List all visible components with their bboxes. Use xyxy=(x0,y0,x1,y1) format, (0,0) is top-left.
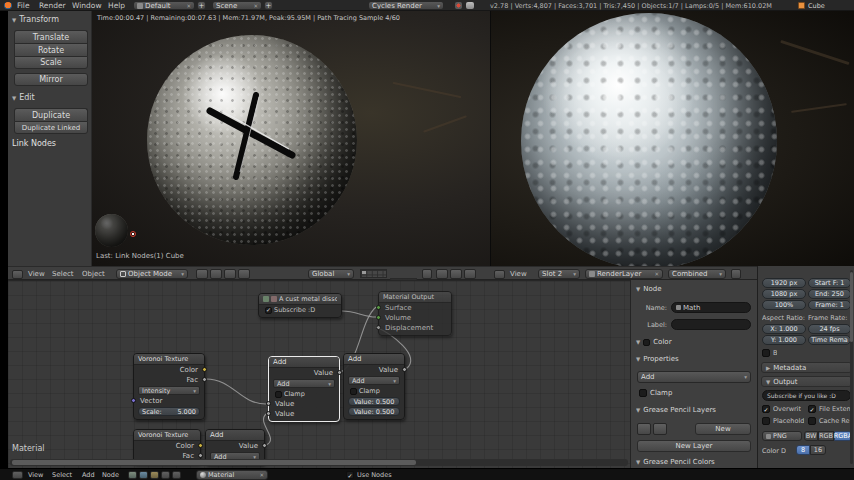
socket-volume-input[interactable] xyxy=(376,315,381,320)
clamp-row[interactable]: Clamp xyxy=(639,389,672,397)
manipulator-icon[interactable] xyxy=(224,269,236,279)
menu-object[interactable]: Object xyxy=(82,270,105,278)
menu-render[interactable]: Render xyxy=(39,1,66,10)
rotate-button[interactable]: Rotate xyxy=(14,43,88,56)
proportional-edit-icon[interactable] xyxy=(464,269,476,279)
shader-lamp-icon[interactable] xyxy=(150,471,159,479)
menu-node[interactable]: Node xyxy=(102,471,119,479)
use-nodes-checkbox[interactable]: ✓ xyxy=(346,471,354,479)
operation-dropdown[interactable]: Add▾ xyxy=(348,376,400,385)
metadata-panel-header[interactable]: ▶ Metadata xyxy=(761,362,852,373)
depth-16-toggle[interactable]: 16 xyxy=(810,445,826,455)
node-header[interactable]: Add xyxy=(206,430,264,441)
properties-panel-header[interactable]: ▼ Properties xyxy=(636,355,679,363)
new-layer-button[interactable]: New Layer xyxy=(637,440,751,452)
frame-step-field[interactable]: Frame: 1 xyxy=(808,300,851,310)
node-material-output[interactable]: Material Output Surface Volume Displacem… xyxy=(378,291,452,336)
viewport-3d-render[interactable]: Time:00:00.47 | Remaining:00:07.63 | Mem… xyxy=(92,11,490,266)
menu-view[interactable]: View xyxy=(28,471,43,479)
placeholders-row[interactable]: Placehold xyxy=(762,417,804,425)
fps-field[interactable]: 24 fps xyxy=(808,324,851,334)
socket-value2-input[interactable] xyxy=(266,411,271,416)
value1-field[interactable]: Value: 0.500 xyxy=(348,397,400,406)
pin-icon[interactable] xyxy=(731,269,741,279)
socket-color-output[interactable] xyxy=(198,443,203,448)
depth-8-toggle[interactable]: 8 xyxy=(796,445,810,455)
socket-vector-input[interactable] xyxy=(131,398,136,403)
value2-field[interactable]: Value: 0.500 xyxy=(348,407,400,416)
scrollbar-thumb[interactable] xyxy=(850,272,853,342)
add-scene-button[interactable]: + xyxy=(264,1,273,10)
node-header[interactable]: Material Output xyxy=(379,292,451,303)
lock-icon[interactable] xyxy=(422,269,432,279)
coloring-dropdown[interactable]: Intensity▾ xyxy=(138,386,200,395)
screen-layout-selector[interactable]: Default ✕ xyxy=(133,1,195,10)
close-icon[interactable]: ✕ xyxy=(186,3,191,9)
redo-panel-label[interactable]: Link Nodes xyxy=(12,139,56,148)
mirror-button[interactable]: Mirror xyxy=(14,73,88,86)
time-remapping-field[interactable]: Time Rema xyxy=(808,335,851,345)
pencil-icon[interactable] xyxy=(637,423,651,435)
cache-result-row[interactable]: Cache Re xyxy=(808,417,850,425)
translate-button[interactable]: Translate xyxy=(14,30,88,43)
socket-value1-input[interactable] xyxy=(266,401,271,406)
close-icon[interactable]: ✕ xyxy=(259,472,264,478)
node-header[interactable]: Voronoi Texture xyxy=(134,354,204,365)
node-editor[interactable]: A cust metal disso ✓ Subscribe :D Materi… xyxy=(8,280,630,468)
output-path-field[interactable]: Subscribe if you like :D xyxy=(762,390,851,401)
menu-file[interactable]: File xyxy=(17,1,30,10)
close-icon[interactable]: ✕ xyxy=(654,271,659,277)
scale-button[interactable]: Scale xyxy=(14,56,88,69)
render-image-icon[interactable] xyxy=(436,269,448,279)
resolution-percent-field[interactable]: 100% xyxy=(762,300,806,310)
active-layer-cell[interactable] xyxy=(362,271,366,274)
editor-type-icon[interactable] xyxy=(12,471,23,479)
output-panel-header[interactable]: ▼ Output xyxy=(761,376,852,387)
resolution-y-field[interactable]: 1080 px xyxy=(762,289,806,299)
color-checkbox[interactable] xyxy=(643,339,650,346)
node-header[interactable]: Add xyxy=(269,357,339,368)
transform-orientation-selector[interactable]: Global ▾ xyxy=(308,269,354,279)
operation-dropdown[interactable]: Add▾ xyxy=(273,379,335,388)
node-panel-header[interactable]: ▼ Node xyxy=(636,285,662,293)
duplicate-button[interactable]: Duplicate xyxy=(14,108,88,121)
viewport-shading-icon[interactable] xyxy=(196,269,208,279)
menu-select[interactable]: Select xyxy=(52,471,72,479)
render-anim-icon[interactable] xyxy=(450,269,462,279)
operation-dropdown[interactable]: Add ▾ xyxy=(637,371,751,383)
use-nodes-row[interactable]: ✓ Use Nodes xyxy=(346,471,392,479)
socket-color-output[interactable] xyxy=(202,367,207,372)
socket-surface-input[interactable] xyxy=(376,305,381,310)
mode-selector[interactable]: Object Mode ▾ xyxy=(116,269,188,279)
menu-view[interactable]: View xyxy=(28,270,45,278)
node-name-field[interactable]: Math xyxy=(671,302,751,313)
aspect-x-field[interactable]: X: 1.000 xyxy=(762,324,806,334)
node-math-center[interactable]: Add Value Add▾ Clamp Value Value xyxy=(268,356,340,422)
node-math-right[interactable]: Add Value Add▾ Clamp Value: 0.500 Value:… xyxy=(343,353,405,420)
material-datablock[interactable]: Material ✕ xyxy=(196,470,268,480)
snap-icon[interactable] xyxy=(238,269,250,279)
clamp-checkbox[interactable] xyxy=(639,389,647,397)
node-label-field[interactable] xyxy=(671,319,751,330)
transform-panel-header[interactable]: ▼ Transform xyxy=(12,15,59,24)
compositing-icon[interactable] xyxy=(161,471,170,479)
file-extensions-row[interactable]: ✓ File Exten xyxy=(808,405,851,413)
horizontal-scrollbar[interactable] xyxy=(10,459,628,466)
overwrite-checkbox[interactable]: ✓ xyxy=(762,405,770,413)
gp-layers-panel-header[interactable]: ▼ Grease Pencil Layers xyxy=(636,406,754,414)
gp-colors-panel-header[interactable]: ▼ Grease Pencil Colors xyxy=(636,458,715,466)
overwrite-row[interactable]: ✓ Overwrit xyxy=(762,405,801,413)
socket-value-output[interactable] xyxy=(402,367,407,372)
file-format-dropdown[interactable]: PNG xyxy=(762,431,802,441)
rgb-toggle[interactable]: RGB xyxy=(818,431,834,441)
shader-object-icon[interactable] xyxy=(128,471,137,479)
render-engine-selector[interactable]: Cycles Render ▾ xyxy=(368,1,444,10)
pivot-point-icon[interactable] xyxy=(210,269,222,279)
editor-type-icon[interactable] xyxy=(12,270,23,279)
menu-add[interactable]: Add xyxy=(82,471,95,479)
vertical-scrollbar[interactable] xyxy=(850,270,853,464)
node-voronoi-texture-1[interactable]: Voronoi Texture Color Fac Intensity▾ Vec… xyxy=(133,353,205,420)
scrollbar-thumb[interactable] xyxy=(12,460,416,465)
menu-window[interactable]: Window xyxy=(72,1,102,10)
render-pass-selector[interactable]: Combined ▾ xyxy=(668,269,726,279)
